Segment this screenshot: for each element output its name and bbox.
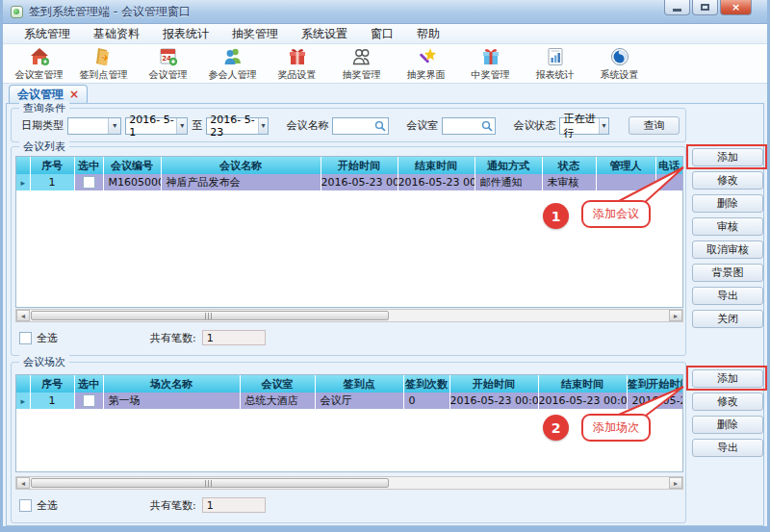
meeting-manage-page: 查询条件 日期类型 ▾ 2016- 5- 1▾ 至 2016- 5-23▾ 会议… <box>6 103 764 526</box>
delete-meeting-button[interactable]: 删除 <box>692 194 763 213</box>
meeting-room-input[interactable] <box>442 117 496 135</box>
row-checkbox[interactable] <box>83 176 95 189</box>
background-image-button[interactable]: 背景图 <box>692 264 763 282</box>
scrollbar-thumb[interactable] <box>31 311 389 320</box>
row-checkbox[interactable] <box>83 394 95 407</box>
col-meeting-room: 会议室 <box>240 375 315 393</box>
attendee-icon <box>222 46 244 67</box>
chevron-down-icon: ▾ <box>258 118 269 134</box>
menu-lottery-manage[interactable]: 抽奖管理 <box>220 26 290 42</box>
export-session-button[interactable]: 导出 <box>692 439 763 457</box>
date-from-picker[interactable]: 2016- 5- 1▾ <box>125 117 188 135</box>
meeting-name-input[interactable] <box>332 117 389 135</box>
checkin-point-icon: ? <box>93 46 115 67</box>
sessions-hscrollbar[interactable]: ◂ ▸ <box>15 476 683 490</box>
scroll-right-icon[interactable]: ▸ <box>669 310 682 321</box>
col-meeting-name: 会议名称 <box>161 157 321 174</box>
cell-start-time: 2016-05-23 00:00 <box>449 393 538 409</box>
col-end-time: 结束时间 <box>398 157 475 174</box>
scroll-left-icon[interactable]: ◂ <box>16 477 30 489</box>
prize-icon <box>287 46 308 67</box>
meeting-list-grid: 序号 选中 会议编号 会议名称 开始时间 结束时间 通知方式 状态 管理人 电话… <box>15 156 683 308</box>
cell-meeting-room: 总统大酒店 <box>240 393 315 409</box>
meeting-status-label: 会议状态 <box>513 118 555 133</box>
scroll-right-icon[interactable]: ▸ <box>669 477 682 489</box>
tool-report-stats[interactable]: 报表统计 <box>523 44 587 82</box>
export-meeting-button[interactable]: 导出 <box>692 287 763 305</box>
date-to-picker[interactable]: 2016- 5-23▾ <box>206 117 269 135</box>
meeting-list-hscrollbar[interactable]: ◂ ▸ <box>15 309 683 322</box>
tabstrip: 会议管理 × <box>3 84 767 103</box>
menu-basic-data[interactable]: 基础资料 <box>82 26 151 42</box>
meeting-room-label: 会议室 <box>406 118 438 133</box>
close-button[interactable]: × <box>720 0 752 15</box>
delete-session-button[interactable]: 删除 <box>692 416 763 434</box>
minimize-button[interactable] <box>664 0 690 15</box>
cell-checkin-count: 0 <box>403 393 449 409</box>
cell-end-time: 2016-05-23 00:00 <box>538 393 627 409</box>
search-button[interactable]: 查询 <box>629 116 680 135</box>
tool-checkin-point[interactable]: ? 签到点管理 <box>71 44 136 82</box>
col-manager: 管理人 <box>596 157 655 174</box>
tool-attendee-manage[interactable]: 参会人管理 <box>200 44 265 82</box>
meeting-row[interactable]: ▸ 1 M16050001 神盾产品发布会 2016-05-23 00:00 2… <box>16 174 682 190</box>
row-indicator-icon: ▸ <box>20 178 25 188</box>
session-row[interactable]: ▸ 1 第一场 总统大酒店 会议厅 0 2016-05-23 00:00 201… <box>16 393 682 409</box>
select-all-checkbox[interactable] <box>19 332 32 344</box>
edit-session-button[interactable]: 修改 <box>692 393 763 411</box>
chevron-down-icon: ▾ <box>599 118 609 134</box>
tool-system-setting[interactable]: 系统设置 <box>587 44 652 82</box>
menu-report-stats[interactable]: 报表统计 <box>151 26 220 42</box>
close-page-button[interactable]: 关闭 <box>692 310 763 328</box>
col-start-time: 开始时间 <box>321 157 398 174</box>
maximize-button[interactable] <box>692 0 718 15</box>
scroll-left-icon[interactable]: ◂ <box>16 310 30 321</box>
close-icon: × <box>732 2 740 13</box>
cell-seq: 1 <box>30 174 74 190</box>
cell-status: 未审核 <box>542 174 596 190</box>
menu-help[interactable]: 帮助 <box>405 26 451 42</box>
tool-prize-setting[interactable]: 奖品设置 <box>265 44 329 82</box>
total-count-label: 共有笔数: <box>150 498 196 513</box>
toolbar: 会议室管理 ? 签到点管理 24 会议管理 参会人管理 奖品设置 抽奖管理 抽奖… <box>3 44 767 84</box>
col-meeting-code: 会议编号 <box>103 157 161 174</box>
date-type-select[interactable]: ▾ <box>67 117 121 135</box>
lottery-ui-icon <box>416 46 437 67</box>
tool-label: 会议管理 <box>149 68 188 82</box>
tool-meeting-room[interactable]: 会议室管理 <box>7 44 71 82</box>
query-group: 查询条件 日期类型 ▾ 2016- 5- 1▾ 至 2016- 5-23▾ 会议… <box>11 108 686 142</box>
audit-button[interactable]: 审核 <box>692 217 763 236</box>
date-type-label: 日期类型 <box>21 118 64 133</box>
menu-window[interactable]: 窗口 <box>359 26 405 42</box>
menu-system-settings[interactable]: 系统设置 <box>290 26 359 42</box>
tool-label: 参会人管理 <box>209 68 257 82</box>
tab-close-icon[interactable]: × <box>69 89 79 100</box>
select-all-checkbox[interactable] <box>19 499 32 512</box>
cancel-audit-button[interactable]: 取消审核 <box>692 241 763 259</box>
col-checkin-count: 签到次数 <box>403 375 449 393</box>
tool-meeting-manage[interactable]: 24 会议管理 <box>136 44 200 82</box>
menu-system-manage[interactable]: 系统管理 <box>13 26 82 42</box>
winner-icon <box>480 46 501 67</box>
cell-checkin-point: 会议厅 <box>315 393 403 409</box>
search-icon <box>481 120 493 132</box>
cell-session-name: 第一场 <box>103 393 240 409</box>
tool-lottery-ui[interactable]: 抽奖界面 <box>394 44 458 82</box>
chevron-down-icon: ▾ <box>108 118 120 134</box>
col-checkin-point: 签到点 <box>315 375 403 393</box>
cell-checkin-start-time: 2016-05-23 00: <box>627 393 682 409</box>
menubar: 系统管理 基础资料 报表统计 抽奖管理 系统设置 窗口 帮助 <box>3 24 767 44</box>
date-to-separator: 至 <box>192 118 202 133</box>
chevron-down-icon: ▾ <box>176 118 187 134</box>
tool-winner-manage[interactable]: 中奖管理 <box>458 44 523 82</box>
scrollbar-thumb[interactable] <box>31 478 389 488</box>
select-all-label: 全选 <box>37 331 58 345</box>
tool-lottery-manage[interactable]: 抽奖管理 <box>329 44 394 82</box>
svg-text:?: ? <box>102 55 105 61</box>
meeting-status-select[interactable]: 正在进行▾ <box>559 117 609 135</box>
titlebar: 签到系统管理端 - 会议管理窗口 × <box>3 0 767 24</box>
search-icon <box>374 120 386 132</box>
col-status: 状态 <box>542 157 596 174</box>
meeting-manage-icon: 24 <box>158 46 179 67</box>
edit-meeting-button[interactable]: 修改 <box>692 171 763 190</box>
